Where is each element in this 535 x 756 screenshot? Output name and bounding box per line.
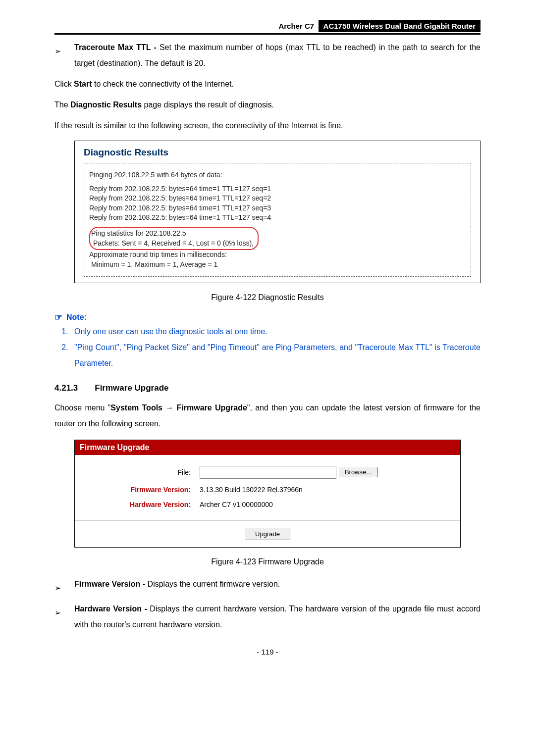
note-heading: ☞ Note: <box>54 312 481 323</box>
firmware-version-bullet: Firmware Version - Displays the current … <box>74 576 481 592</box>
file-input[interactable] <box>200 466 336 479</box>
hardware-version-bullet: Hardware Version - Displays the current … <box>74 601 481 633</box>
diag-stats-1: Ping statistics for 202.108.22.5 <box>91 229 254 239</box>
traceroute-bullet: Traceroute Max TTL - Set the maximum num… <box>74 40 481 71</box>
hw-ver-bullet-bold: Hardware Version - <box>74 605 150 613</box>
hardware-version-value: Archer C7 v1 00000000 <box>200 501 273 508</box>
similar-line: If the result is similar to the followin… <box>54 118 481 134</box>
firmware-upgrade-panel: Firmware Upgrade File: Browse... Firmwar… <box>74 440 461 548</box>
traceroute-label: Traceroute Max TTL - <box>74 43 160 51</box>
click-start-post: to check the connectivity of the Interne… <box>92 80 234 88</box>
diag-reply-4: Reply from 202.108.22.5: bytes=64 time=1… <box>89 213 466 223</box>
diag-stats-block: Ping statistics for 202.108.22.5 Packets… <box>89 227 466 269</box>
diag-reply-2: Reply from 202.108.22.5: bytes=64 time=1… <box>89 194 466 203</box>
note-icon: ☞ <box>54 312 62 323</box>
diag-results-pre: The <box>54 101 70 109</box>
note-list: Only one user can use the diagnostic too… <box>54 324 481 371</box>
diagnostic-results-body: Pinging 202.108.22.5 with 64 bytes of da… <box>84 163 471 277</box>
fw-intro-arrow: → <box>162 403 177 412</box>
fw-ver-bullet-text: Displays the current firmware version. <box>148 580 280 588</box>
note-item-1: Only one user can use the diagnostic too… <box>70 324 481 340</box>
fw-intro-pre: Choose menu " <box>54 403 110 412</box>
page-number: - 119 - <box>54 648 481 656</box>
diag-stats-2: Packets: Sent = 4, Received = 4, Lost = … <box>91 239 254 249</box>
bullet-marker: ➢ <box>54 601 74 621</box>
header-title: AC1750 Wireless Dual Band Gigabit Router <box>319 20 481 32</box>
diag-results-bold: Diagnostic Results <box>70 101 142 109</box>
click-start-pre: Click <box>54 80 74 88</box>
page-header: Archer C7 AC1750 Wireless Dual Band Giga… <box>54 20 481 32</box>
diag-results-post: page displays the result of diagnosis. <box>142 101 274 109</box>
file-label: File: <box>87 468 200 476</box>
fw-intro-bold1: System Tools <box>110 403 162 412</box>
section-heading-firmware-upgrade: 4.21.3 Firmware Upgrade <box>54 383 481 393</box>
diag-stats-highlight: Ping statistics for 202.108.22.5 Packets… <box>89 227 259 250</box>
bullet-marker: ➢ <box>54 576 74 596</box>
click-start-line: Click Start to check the connectivity of… <box>54 76 481 92</box>
figure-4-123-caption: Figure 4-123 Firmware Upgrade <box>54 557 481 566</box>
bullet-marker: ➢ <box>54 40 74 59</box>
hardware-version-label: Hardware Version: <box>87 501 200 508</box>
diag-replies: Reply from 202.108.22.5: bytes=64 time=1… <box>89 184 466 223</box>
firmware-version-label: Firmware Version: <box>87 486 200 494</box>
diag-reply-1: Reply from 202.108.22.5: bytes=64 time=1… <box>89 184 466 194</box>
diag-minmax: Minimum = 1, Maximum = 1, Average = 1 <box>89 260 466 270</box>
diag-results-line: The Diagnostic Results page displays the… <box>54 97 481 113</box>
diag-reply-3: Reply from 202.108.22.5: bytes=64 time=1… <box>89 203 466 213</box>
firmware-version-value: 3.13.30 Build 130222 Rel.37966n <box>200 486 303 494</box>
header-model: Archer C7 <box>278 22 314 30</box>
diag-approx: Approximate round trip times in millisec… <box>89 250 466 260</box>
browse-button[interactable]: Browse... <box>338 467 378 477</box>
diag-pinging: Pinging 202.108.22.5 with 64 bytes of da… <box>89 170 466 180</box>
diagnostic-results-title: Diagnostic Results <box>84 147 471 158</box>
note-item-2: "Ping Count", "Ping Packet Size" and "Pi… <box>70 340 481 371</box>
firmware-upgrade-header: Firmware Upgrade <box>75 440 460 455</box>
header-rule <box>54 33 481 35</box>
upgrade-button[interactable]: Upgrade <box>245 528 290 540</box>
note-label: Note: <box>66 313 87 322</box>
diagnostic-results-panel: Diagnostic Results Pinging 202.108.22.5 … <box>74 141 481 283</box>
firmware-intro: Choose menu "System Tools → Firmware Upg… <box>54 400 481 432</box>
fw-intro-bold2: Firmware Upgrade <box>177 403 247 412</box>
fw-ver-bullet-bold: Firmware Version - <box>74 580 148 588</box>
figure-4-122-caption: Figure 4-122 Diagnostic Results <box>54 293 481 302</box>
click-start-bold: Start <box>74 80 92 88</box>
